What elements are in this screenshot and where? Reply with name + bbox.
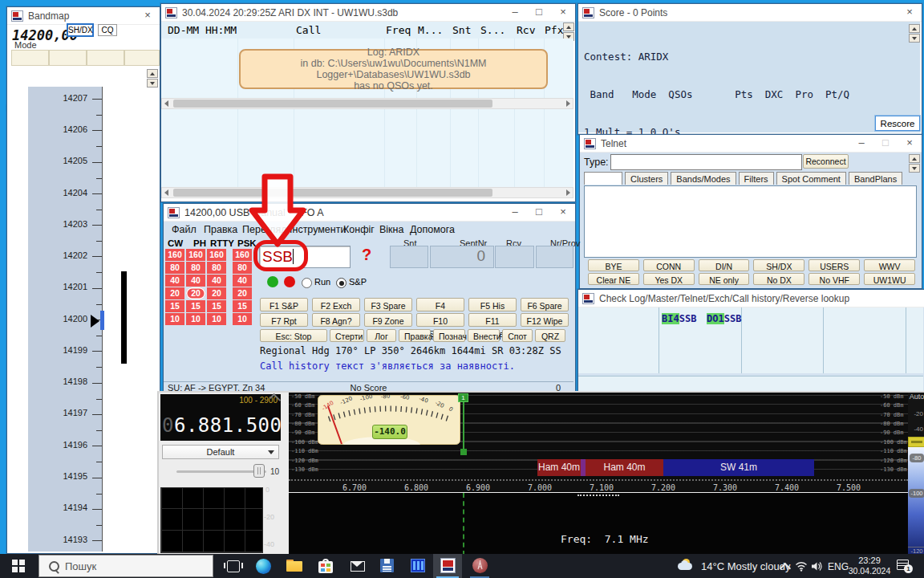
band-button[interactable]: 10 bbox=[233, 313, 252, 325]
qrz-button[interactable]: QRZ bbox=[535, 329, 565, 342]
telnet-neonly-button[interactable]: NE only bbox=[699, 273, 750, 285]
check-call-candidate[interactable]: DO1SSB bbox=[707, 313, 741, 324]
bandmap-zoom-spinner[interactable] bbox=[147, 69, 158, 88]
spinner-up-icon[interactable] bbox=[909, 24, 920, 33]
band-button[interactable]: 160 bbox=[233, 249, 252, 261]
waterfall-color-scale[interactable]: -80 -100 -120 bbox=[908, 447, 924, 556]
sdr-waterfall[interactable]: Freq: 7.1 MHz bbox=[289, 493, 908, 556]
reconnect-button[interactable]: Reconnect bbox=[803, 154, 849, 169]
mail-app-icon[interactable] bbox=[351, 561, 365, 572]
band-button[interactable]: 10 bbox=[207, 313, 226, 325]
band-button[interactable]: 40 bbox=[207, 275, 226, 287]
fkey-f4[interactable]: F4 UW1WU bbox=[416, 298, 464, 311]
telnet-output-area[interactable] bbox=[584, 185, 917, 258]
band-button[interactable]: 80 bbox=[233, 262, 252, 274]
band-button-selected[interactable]: 20 bbox=[186, 287, 205, 299]
telnet-novhf-button[interactable]: No VHF bbox=[808, 273, 860, 285]
band-button[interactable]: 20 bbox=[233, 287, 252, 299]
telnet-wwv-button[interactable]: WWV bbox=[864, 259, 915, 271]
band-button[interactable]: 80 bbox=[207, 262, 226, 274]
sentnr-field[interactable]: 0 bbox=[430, 246, 494, 268]
save-app-icon[interactable] bbox=[380, 559, 394, 572]
scroll-right-icon[interactable] bbox=[566, 189, 570, 196]
sdr-taskbar-button[interactable] bbox=[465, 554, 494, 578]
band-button[interactable]: 10 bbox=[165, 313, 184, 325]
fkey-f8[interactable]: F8 Agn? bbox=[312, 313, 360, 327]
menu-file[interactable]: Файл bbox=[172, 224, 197, 235]
band-button[interactable]: 80 bbox=[165, 262, 184, 274]
fkey-f10[interactable]: F10 Spare bbox=[416, 313, 464, 327]
auto-scale-label[interactable]: Auto bbox=[908, 393, 924, 401]
scrollbar-thumb[interactable] bbox=[173, 189, 492, 197]
menu-edit[interactable]: Правка bbox=[204, 224, 237, 235]
check-titlebar[interactable]: Check Log/Master/Telnet/Exch/Call histor… bbox=[578, 290, 924, 307]
band-button[interactable]: 20 bbox=[165, 287, 184, 299]
fkey-f3[interactable]: F3 Spare bbox=[364, 298, 412, 311]
log-scrollbar-upper[interactable] bbox=[161, 98, 573, 109]
fkey-f1[interactable]: F1 S&P CQ bbox=[260, 298, 308, 311]
spinner-up-icon[interactable] bbox=[147, 69, 158, 78]
entry-titlebar[interactable]: 14200,00 USB Manual - VFO A – □ × bbox=[164, 204, 575, 222]
telnet-users-button[interactable]: USERS bbox=[808, 259, 860, 271]
wipe-button[interactable]: Стерти bbox=[330, 329, 364, 342]
band-button[interactable]: 80 bbox=[186, 262, 205, 274]
close-icon[interactable]: × bbox=[551, 204, 575, 222]
speaker-icon[interactable] bbox=[811, 561, 822, 572]
band-button[interactable]: 160 bbox=[186, 249, 205, 261]
weather-icon[interactable] bbox=[678, 559, 699, 573]
store-button[interactable]: Внести bbox=[468, 329, 500, 342]
tuning-marker-foot[interactable] bbox=[460, 449, 467, 455]
sdr-gain-slider-handle[interactable] bbox=[253, 464, 265, 478]
score-titlebar[interactable]: Score - 0 Points × bbox=[578, 4, 922, 22]
n1mm-taskbar-button[interactable] bbox=[433, 554, 462, 578]
band-button[interactable]: 15 bbox=[233, 300, 252, 312]
bandmap-shdx-button[interactable]: SH/DX bbox=[67, 23, 94, 37]
log-col-header[interactable]: DD-MM HH:MM bbox=[168, 24, 237, 36]
telnet-din-button[interactable]: DI/N bbox=[699, 259, 750, 271]
fkey-f2[interactable]: F2 Exch bbox=[312, 298, 360, 311]
spot-button[interactable]: Спот bbox=[502, 329, 533, 342]
tuning-marker-line[interactable] bbox=[463, 393, 464, 455]
check-call-candidate[interactable]: BI4SSB bbox=[662, 313, 696, 324]
spinner-up-icon[interactable] bbox=[563, 22, 574, 31]
band-button[interactable]: 40 bbox=[165, 275, 184, 287]
sdr-spectrum[interactable]: -50 dBm -60 dBm -70 dBm -80 dBm -90 dBm … bbox=[289, 393, 908, 491]
fkey-f9[interactable]: F9 Zone bbox=[364, 313, 412, 327]
telnet-mycall-button[interactable]: UW1WU bbox=[864, 273, 915, 285]
log-col-header[interactable]: Call bbox=[296, 24, 321, 36]
rcv-field[interactable] bbox=[495, 246, 534, 268]
scroll-left-icon[interactable] bbox=[164, 189, 168, 196]
telnet-type-input[interactable] bbox=[610, 154, 802, 170]
bandmap-mode-field[interactable] bbox=[49, 50, 87, 66]
maximize-icon[interactable]: □ bbox=[527, 204, 551, 222]
fkey-f5[interactable]: F5 His Call bbox=[468, 298, 517, 311]
menu-config[interactable]: Конфіг bbox=[343, 224, 375, 235]
telnet-bye-button[interactable]: BYE bbox=[588, 259, 639, 271]
esc-stop-button[interactable]: Esc: Stop bbox=[260, 329, 327, 342]
task-view-button[interactable] bbox=[224, 556, 243, 576]
edge-browser-icon[interactable] bbox=[256, 559, 271, 574]
band-button[interactable]: 160 bbox=[207, 249, 226, 261]
bandmap-mode-field[interactable] bbox=[11, 50, 49, 66]
bandmap-mode-field[interactable] bbox=[124, 50, 160, 66]
maximize-icon[interactable]: □ bbox=[527, 4, 551, 22]
spinner-up-icon[interactable] bbox=[909, 154, 920, 163]
tuning-marker-handle[interactable]: 1 bbox=[458, 393, 468, 402]
log-col-header[interactable]: S... bbox=[480, 24, 505, 36]
tab-clusters[interactable]: Clusters bbox=[625, 172, 668, 185]
microsoft-store-icon[interactable] bbox=[318, 559, 333, 573]
log-button[interactable]: Лог bbox=[367, 329, 396, 342]
band-button[interactable]: 160 bbox=[165, 249, 184, 261]
sp-radio[interactable] bbox=[336, 278, 346, 288]
sdr-preset-dropdown[interactable]: Default bbox=[162, 445, 279, 459]
rescore-button[interactable]: Rescore bbox=[875, 116, 920, 131]
minimize-icon[interactable]: – bbox=[503, 204, 527, 222]
fkey-f12[interactable]: F12 Wipe bbox=[521, 313, 569, 327]
tab-bands-modes[interactable]: Bands/Modes bbox=[671, 172, 736, 185]
sdr-frequency-display[interactable]: 06.881.500 bbox=[162, 414, 282, 437]
band-button[interactable]: 40 bbox=[186, 275, 205, 287]
run-radio[interactable] bbox=[302, 278, 312, 288]
fkey-f7[interactable]: F7 Rpt Exch bbox=[260, 313, 308, 327]
mark-button[interactable]: Познач bbox=[433, 329, 465, 342]
band-button[interactable]: 10 bbox=[186, 313, 205, 325]
